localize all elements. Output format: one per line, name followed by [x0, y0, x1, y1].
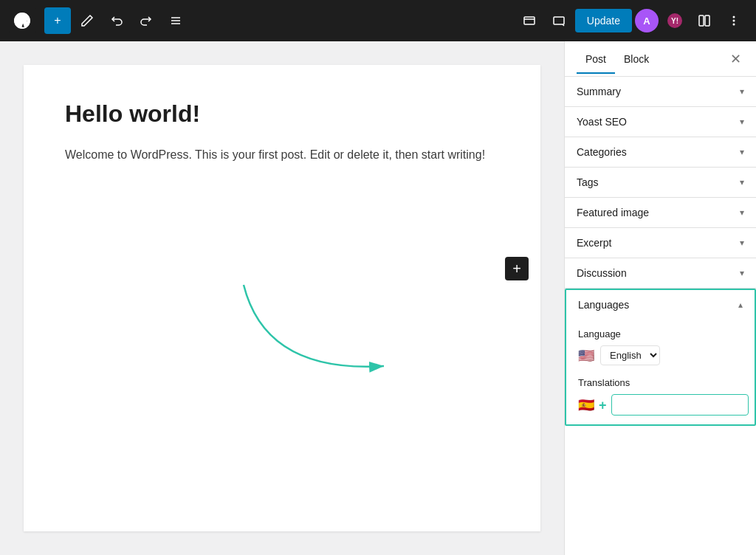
- svg-point-11: [733, 16, 735, 18]
- panel-featured-image-title: Featured image: [577, 207, 649, 218]
- tab-block[interactable]: Block: [615, 44, 658, 74]
- panel-summary-header[interactable]: Summary ▾: [565, 77, 756, 106]
- settings-toggle-button[interactable]: [691, 7, 718, 34]
- panel-summary: Summary ▾: [565, 77, 756, 107]
- panel-excerpt-header[interactable]: Excerpt ▾: [565, 228, 756, 258]
- panel-languages: Languages ▴ Language 🇺🇸 English Translat…: [565, 289, 756, 426]
- svg-rect-6: [554, 17, 564, 24]
- sidebar: Post Block ✕ Summary ▾ Yoast SEO ▾ Categ…: [564, 41, 756, 555]
- wordpress-logo: [9, 7, 35, 34]
- preview-button[interactable]: [546, 7, 572, 34]
- panel-languages-title: Languages: [578, 299, 629, 311]
- more-options-button[interactable]: [721, 7, 747, 34]
- panel-discussion: Discussion ▾: [565, 258, 756, 289]
- main-toolbar: + Update A: [0, 0, 756, 41]
- translation-row: 🇪🇸 +: [578, 394, 743, 416]
- panel-tags-header[interactable]: Tags ▾: [565, 168, 756, 197]
- languages-panel-content: Language 🇺🇸 English Translations 🇪🇸 +: [566, 320, 755, 424]
- us-flag-icon: 🇺🇸: [578, 348, 594, 364]
- document-overview-button[interactable]: [162, 7, 189, 34]
- language-selector: 🇺🇸 English: [578, 345, 743, 365]
- post-title[interactable]: Hello world!: [65, 100, 499, 128]
- add-block-button[interactable]: +: [505, 257, 529, 280]
- panel-summary-title: Summary: [577, 86, 621, 97]
- panel-featured-image: Featured image ▾: [565, 198, 756, 228]
- add-block-toolbar-button[interactable]: +: [44, 7, 71, 34]
- view-button[interactable]: [516, 7, 543, 34]
- featured-image-chevron-icon: ▾: [740, 207, 744, 218]
- arve-button[interactable]: A: [635, 9, 659, 32]
- panel-yoast-seo-header[interactable]: Yoast SEO ▾: [565, 107, 756, 137]
- redo-button[interactable]: [133, 7, 159, 34]
- svg-point-12: [733, 20, 735, 22]
- panel-discussion-header[interactable]: Discussion ▾: [565, 258, 756, 288]
- translation-input[interactable]: [611, 394, 749, 416]
- panel-categories-header[interactable]: Categories ▾: [565, 137, 756, 167]
- panel-categories: Categories ▾: [565, 137, 756, 168]
- svg-point-13: [733, 24, 735, 26]
- discussion-chevron-icon: ▾: [740, 268, 744, 278]
- tags-chevron-icon: ▾: [740, 177, 744, 187]
- pencil-button[interactable]: [74, 7, 100, 34]
- panel-yoast-seo-title: Yoast SEO: [577, 116, 627, 128]
- summary-chevron-icon: ▾: [740, 86, 744, 97]
- panel-languages-header[interactable]: Languages ▴: [566, 290, 755, 320]
- svg-rect-4: [524, 17, 535, 24]
- categories-chevron-icon: ▾: [740, 147, 744, 157]
- tab-post[interactable]: Post: [577, 44, 615, 74]
- translations-label: Translations: [578, 377, 743, 388]
- panel-featured-image-header[interactable]: Featured image ▾: [565, 198, 756, 227]
- panel-yoast-seo: Yoast SEO ▾: [565, 107, 756, 137]
- language-label: Language: [578, 328, 743, 339]
- yoast-button[interactable]: Y!: [662, 7, 688, 34]
- panel-tags-title: Tags: [577, 176, 599, 188]
- svg-text:Y!: Y!: [671, 17, 678, 25]
- sidebar-close-button[interactable]: ✕: [727, 48, 744, 70]
- add-translation-button[interactable]: +: [599, 399, 607, 412]
- panel-categories-title: Categories: [577, 146, 627, 158]
- panel-excerpt-title: Excerpt: [577, 237, 611, 249]
- panel-discussion-title: Discussion: [577, 267, 627, 279]
- svg-rect-10: [705, 15, 709, 26]
- excerpt-chevron-icon: ▾: [740, 238, 744, 248]
- sidebar-tabs: Post Block: [577, 44, 658, 74]
- undo-button[interactable]: [103, 7, 130, 34]
- es-flag-icon: 🇪🇸: [578, 397, 594, 413]
- post-content[interactable]: Welcome to WordPress. This is your first…: [65, 145, 499, 165]
- svg-rect-9: [699, 15, 704, 26]
- update-button[interactable]: Update: [575, 9, 632, 32]
- languages-chevron-icon: ▴: [738, 300, 743, 310]
- panel-excerpt: Excerpt ▾: [565, 228, 756, 258]
- main-layout: Hello world! Welcome to WordPress. This …: [0, 41, 756, 555]
- language-select[interactable]: English: [600, 345, 660, 365]
- yoast-chevron-icon: ▾: [740, 117, 744, 127]
- sidebar-header: Post Block ✕: [565, 41, 756, 77]
- editor-canvas: Hello world! Welcome to WordPress. This …: [24, 65, 540, 531]
- editor-area: Hello world! Welcome to WordPress. This …: [0, 41, 564, 555]
- panel-tags: Tags ▾: [565, 168, 756, 198]
